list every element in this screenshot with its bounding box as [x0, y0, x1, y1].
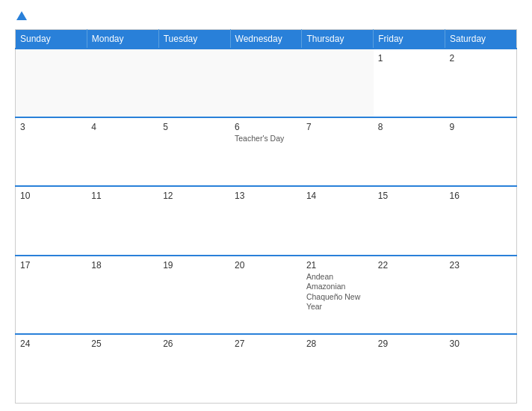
calendar-cell: 21Andean Amazonian Chaqueño New Year [302, 256, 374, 335]
day-number: 8 [378, 122, 441, 132]
calendar-cell: 19 [158, 256, 230, 335]
calendar-cell: 14 [302, 186, 374, 255]
calendar-cell: 23 [445, 256, 517, 335]
day-number: 10 [20, 191, 82, 201]
calendar-cell [158, 49, 230, 117]
day-number: 11 [91, 191, 154, 201]
calendar-cell: 1 [374, 49, 445, 117]
calendar-week-1: 12 [16, 49, 517, 117]
calendar-cell: 18 [87, 256, 158, 335]
calendar-cell: 16 [445, 186, 517, 255]
calendar-cell: 7 [302, 117, 374, 186]
calendar-cell: 15 [374, 186, 445, 255]
day-number: 26 [163, 339, 226, 349]
calendar-event: Andean Amazonian Chaqueño New Year [306, 272, 369, 313]
day-header-tuesday: Tuesday [158, 30, 230, 49]
calendar-table: SundayMondayTuesdayWednesdayThursdayFrid… [15, 29, 517, 404]
calendar-cell: 22 [374, 256, 445, 335]
day-header-friday: Friday [374, 30, 445, 49]
day-header-monday: Monday [87, 30, 158, 49]
calendar-header-row: SundayMondayTuesdayWednesdayThursdayFrid… [16, 30, 517, 49]
logo [15, 13, 27, 20]
calendar-cell: 30 [445, 334, 517, 403]
calendar-cell: 5 [158, 117, 230, 186]
day-number: 22 [378, 260, 441, 271]
day-number: 23 [450, 260, 512, 271]
calendar-event: Teacher's Day [235, 134, 297, 144]
calendar-week-2: 3456Teacher's Day789 [16, 117, 517, 186]
day-number: 24 [20, 339, 82, 349]
day-number: 7 [306, 122, 369, 132]
day-number: 18 [91, 260, 154, 271]
day-number: 27 [235, 339, 297, 349]
day-number: 21 [306, 260, 369, 271]
calendar-cell: 11 [87, 186, 158, 255]
calendar-cell [230, 49, 302, 117]
calendar-week-3: 10111213141516 [16, 186, 517, 255]
day-header-thursday: Thursday [302, 30, 374, 49]
day-number: 9 [450, 122, 512, 132]
day-number: 19 [163, 260, 226, 271]
day-header-sunday: Sunday [16, 30, 87, 49]
calendar-cell: 9 [445, 117, 517, 186]
calendar-week-4: 1718192021Andean Amazonian Chaqueño New … [16, 256, 517, 335]
calendar-cell: 12 [158, 186, 230, 255]
calendar-cell [16, 49, 87, 117]
day-number: 6 [235, 122, 297, 132]
calendar-cell: 24 [16, 334, 87, 403]
calendar-cell: 25 [87, 334, 158, 403]
day-number: 13 [235, 191, 297, 201]
day-number: 20 [235, 260, 297, 271]
calendar-cell: 26 [158, 334, 230, 403]
calendar-cell: 20 [230, 256, 302, 335]
calendar-cell: 17 [16, 256, 87, 335]
calendar-cell [302, 49, 374, 117]
day-number: 25 [91, 339, 154, 349]
day-number: 28 [306, 339, 369, 349]
calendar-cell: 28 [302, 334, 374, 403]
calendar-week-5: 24252627282930 [16, 334, 517, 403]
day-number: 15 [378, 191, 441, 201]
calendar-cell: 2 [445, 49, 517, 117]
day-number: 5 [163, 122, 226, 132]
calendar-cell: 29 [374, 334, 445, 403]
day-number: 16 [450, 191, 512, 201]
day-number: 12 [163, 191, 226, 201]
calendar-cell: 3 [16, 117, 87, 186]
calendar-page: SundayMondayTuesdayWednesdayThursdayFrid… [0, 0, 532, 411]
day-number: 2 [450, 53, 512, 64]
day-number: 14 [306, 191, 369, 201]
calendar-header [15, 13, 517, 20]
calendar-cell: 27 [230, 334, 302, 403]
day-header-wednesday: Wednesday [230, 30, 302, 49]
calendar-cell: 6Teacher's Day [230, 117, 302, 186]
day-header-saturday: Saturday [445, 30, 517, 49]
day-number: 4 [91, 122, 154, 132]
calendar-cell: 13 [230, 186, 302, 255]
day-number: 1 [378, 53, 441, 64]
logo-triangle-icon [16, 11, 27, 20]
day-number: 30 [450, 339, 512, 349]
calendar-cell: 4 [87, 117, 158, 186]
day-number: 29 [378, 339, 441, 349]
day-number: 3 [20, 122, 82, 132]
day-number: 17 [20, 260, 82, 271]
calendar-cell: 10 [16, 186, 87, 255]
calendar-cell [87, 49, 158, 117]
calendar-cell: 8 [374, 117, 445, 186]
